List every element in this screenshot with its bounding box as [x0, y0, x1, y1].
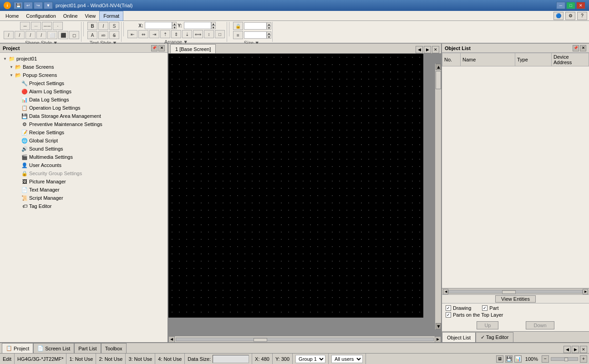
text-size-btn[interactable]: A [87, 31, 97, 39]
popup-toggle[interactable]: ▼ [8, 72, 15, 78]
x-input[interactable] [145, 22, 172, 29]
tree-operation-log[interactable]: ▶ 📋 Operation Log Settings [0, 104, 168, 112]
hscroll-right-arrow[interactable]: ▶ [435, 336, 441, 343]
tab-project[interactable]: 📋 Project [2, 343, 33, 353]
align-top-btn[interactable]: ⇡ [160, 30, 170, 38]
width-input[interactable] [244, 22, 267, 30]
tree-base-screens[interactable]: ▼ 📂 Base Screens [0, 63, 168, 71]
line-style-btn2[interactable]: ─ [31, 22, 41, 30]
canvas-vscroll[interactable]: ▲ ▼ [435, 64, 441, 329]
canvas-prev-btn[interactable]: ◀ [416, 46, 423, 53]
draw-shape3-btn[interactable]: ◻ [69, 31, 79, 39]
line-style-btn3[interactable]: ─ ─ [42, 22, 52, 30]
info-icon[interactable]: ? [577, 12, 587, 20]
save-btn[interactable]: 💾 [14, 2, 23, 9]
zoom-out-btn[interactable]: − [542, 355, 549, 363]
x-down[interactable]: ▼ [172, 25, 177, 29]
tree-multimedia[interactable]: ▶ 🎬 Multimedia Settings [0, 153, 168, 161]
zoom-icon2[interactable]: 💾 [505, 355, 513, 363]
align-bottom-btn[interactable]: ⇣ [182, 30, 192, 38]
down-button[interactable]: Down [526, 321, 554, 329]
y-up[interactable]: ▲ [211, 22, 216, 25]
part-checkbox[interactable] [482, 305, 487, 311]
w-up[interactable]: ▲ [267, 22, 271, 26]
drawing-checkbox[interactable] [446, 305, 451, 311]
data-size-input[interactable] [213, 355, 249, 363]
tree-recipe[interactable]: ▶ 📝 Recipe Settings [0, 128, 168, 136]
vscroll-thumb[interactable] [436, 71, 441, 89]
tree-script-manager[interactable]: ▶ 📜 Script Manager [0, 194, 168, 202]
scroll-thumb[interactable] [502, 290, 516, 294]
tree-sound-settings[interactable]: ▶ 🔊 Sound Settings [0, 145, 168, 153]
h-up[interactable]: ▲ [267, 31, 271, 35]
text-strike2-btn[interactable]: S̶ [109, 31, 119, 39]
bold-btn[interactable]: B [87, 22, 97, 30]
hscroll-thumb[interactable] [254, 338, 267, 342]
height-input[interactable] [244, 31, 267, 39]
tree-project-settings[interactable]: ▶ 🔧 Project Settings [0, 79, 168, 87]
draw-line2-btn[interactable]: / [15, 31, 25, 39]
tree-prev-maintenance[interactable]: ▶ ⚙ Preventive Maintenance Settings [0, 120, 168, 128]
zoom-slider-track[interactable] [551, 357, 578, 361]
panel-close-btn[interactable]: ✕ [158, 45, 165, 51]
tree-user-accounts[interactable]: ▶ 👤 User Accounts [0, 161, 168, 169]
tree-popup-screens[interactable]: ▼ 📂 Popup Screens [0, 71, 168, 79]
group-dropdown[interactable]: Group 1 [295, 355, 325, 363]
tree-tag-editor[interactable]: ▶ 🏷 Tag Editor [0, 202, 168, 210]
distribute-h-btn[interactable]: ⟺ [193, 30, 203, 38]
tree-alarm-log[interactable]: ▶ 🔴 Alarm Log Settings [0, 87, 168, 96]
text-sub-btn[interactable]: ab [98, 31, 108, 39]
tree-root[interactable]: ▼ 📁 project01 [0, 55, 168, 63]
tree-text-manager[interactable]: ▶ 📄 Text Manager [0, 186, 168, 194]
w-down[interactable]: ▼ [267, 26, 271, 30]
zoom-icon3[interactable]: 📊 [514, 355, 522, 363]
canvas-hscroll[interactable]: ◀ ▶ [168, 336, 441, 342]
tree-data-log[interactable]: ▶ 📊 Data Log Settings [0, 96, 168, 104]
group-btn[interactable]: □ [215, 30, 225, 38]
obj-pin-btn[interactable]: 📌 [573, 45, 579, 51]
equal-size-btn[interactable]: ≡ [233, 31, 243, 39]
bottom-prev-btn[interactable]: ◀ [564, 346, 571, 353]
tab-toolbox[interactable]: Toolbox [101, 343, 127, 353]
menu-format[interactable]: Format [99, 11, 123, 21]
redo-btn[interactable]: ↪ [34, 2, 43, 9]
tree-data-storage[interactable]: ▶ 💾 Data Storage Area Management [0, 112, 168, 120]
view-entities-btn[interactable]: View Entities [495, 295, 536, 303]
line-style-btn1[interactable]: ─ [20, 22, 30, 30]
users-dropdown[interactable]: All users [331, 355, 363, 363]
y-input[interactable] [184, 22, 211, 29]
align-center-h-btn[interactable]: ⇔ [138, 30, 148, 38]
minimize-button[interactable]: ─ [556, 2, 565, 9]
tree-picture-manager[interactable]: ▶ 🖼 Picture Manager [0, 177, 168, 186]
menu-home[interactable]: Home [2, 11, 22, 21]
obj-tab-object-list[interactable]: Object List [442, 332, 476, 342]
hscroll-left-arrow[interactable]: ◀ [168, 336, 175, 343]
align-right-btn[interactable]: ⇥ [149, 30, 159, 38]
vscroll-up-arrow[interactable]: ▲ [436, 64, 441, 70]
base-toggle[interactable]: ▼ [8, 64, 15, 70]
up-button[interactable]: Up [477, 321, 498, 329]
italic-btn[interactable]: I [98, 22, 108, 30]
h-down[interactable]: ▼ [267, 35, 271, 39]
lock-btn[interactable]: 🔒 [233, 22, 243, 30]
tree-security-group[interactable]: ▶ 🔒 Security Group Settings [0, 169, 168, 177]
canvas-tab-1[interactable]: 1 [Base Screen] [170, 44, 216, 53]
tree-global-script[interactable]: ▶ 🌐 Global Script [0, 136, 168, 145]
tab-part-list[interactable]: Part List [74, 343, 101, 353]
canvas-next-btn[interactable]: ▶ [424, 46, 431, 53]
canvas-close-btn[interactable]: ✕ [432, 46, 439, 53]
zoom-icon1[interactable]: 🖥 [496, 355, 503, 363]
dropdown-btn[interactable]: ▼ [44, 2, 53, 9]
align-left-btn[interactable]: ⇤ [127, 30, 137, 38]
close-button[interactable]: ✕ [576, 2, 585, 9]
pin-btn[interactable]: 📌 [151, 45, 157, 51]
zoom-slider-thumb[interactable] [564, 358, 568, 361]
draw-shape2-btn[interactable]: ⬛ [58, 31, 68, 39]
help-icon[interactable]: 🔵 [553, 12, 564, 20]
settings-icon[interactable]: ⚙ [565, 12, 575, 20]
bottom-next-btn[interactable]: ▶ [572, 346, 579, 353]
obj-tab-tag-editor[interactable]: ✓ Tag Editor [476, 332, 513, 342]
menu-configuration[interactable]: Configuration [22, 11, 59, 21]
canvas-wrapper[interactable]: ▲ ▼ [168, 54, 441, 336]
tab-screen-list[interactable]: 📄 Screen List [33, 343, 74, 353]
